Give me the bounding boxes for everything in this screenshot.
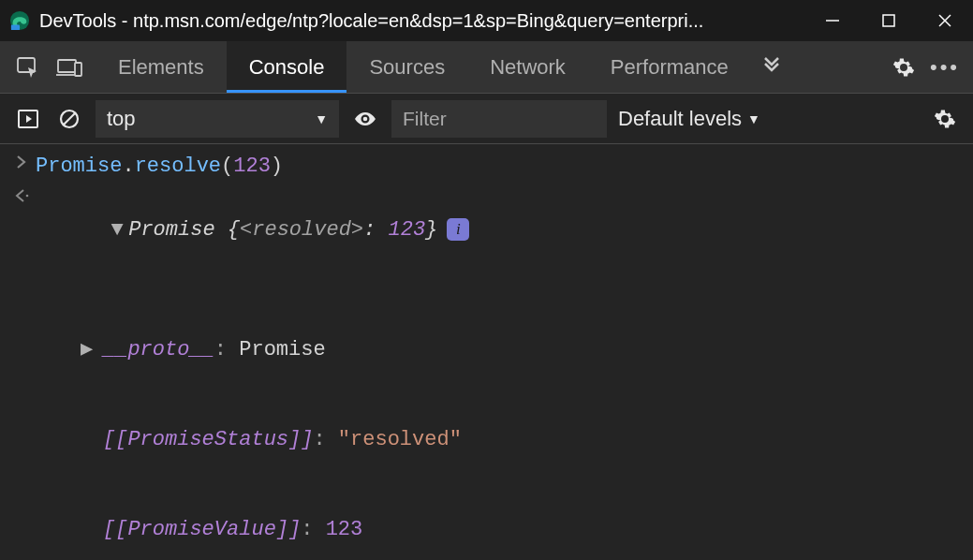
- panel-tabstrip: Elements Console Sources Network Perform…: [0, 41, 973, 94]
- live-expression-eye-icon[interactable]: [345, 98, 386, 140]
- more-menu-icon[interactable]: •••: [924, 47, 966, 88]
- console-toolbar: top ▼ Default levels▼: [0, 94, 973, 144]
- console-output: Promise.resolve(123) ▼Promise {<resolved…: [0, 144, 973, 560]
- svg-rect-3: [883, 15, 894, 26]
- settings-gear-icon[interactable]: [883, 47, 924, 88]
- dropdown-triangle-icon: ▼: [747, 111, 760, 126]
- svg-line-12: [64, 113, 75, 125]
- edge-devtools-icon: [9, 10, 30, 31]
- svg-rect-1: [11, 25, 20, 31]
- tab-console[interactable]: Console: [227, 41, 347, 93]
- dropdown-triangle-icon: ▼: [315, 111, 328, 126]
- more-tabs-chevron-icon[interactable]: [751, 47, 792, 88]
- info-badge-icon[interactable]: i: [447, 218, 469, 241]
- console-settings-gear-icon[interactable]: [924, 98, 966, 140]
- window-titlebar: DevTools - ntp.msn.com/edge/ntp?locale=e…: [0, 0, 973, 41]
- filter-input[interactable]: [391, 100, 607, 138]
- inspect-element-icon[interactable]: [7, 47, 49, 88]
- object-property-row[interactable]: [[PromiseValue]]: 123: [81, 515, 966, 545]
- tab-network[interactable]: Network: [467, 41, 588, 93]
- window-maximize-button[interactable]: [861, 0, 917, 41]
- window-title: DevTools - ntp.msn.com/edge/ntp?locale=e…: [39, 10, 703, 32]
- device-toolbar-icon[interactable]: [49, 47, 90, 88]
- expand-arrow-icon[interactable]: ▶: [81, 335, 103, 365]
- input-chevron-icon: [7, 152, 36, 169]
- execution-context-selector[interactable]: top ▼: [96, 100, 339, 138]
- svg-rect-9: [75, 63, 81, 76]
- window-close-button[interactable]: [917, 0, 973, 41]
- output-chevron-icon: [7, 185, 36, 202]
- clear-console-icon[interactable]: [49, 98, 90, 140]
- console-input-row[interactable]: Promise.resolve(123): [7, 150, 966, 184]
- tab-performance[interactable]: Performance: [588, 41, 751, 93]
- execution-context-value: top: [107, 107, 136, 131]
- svg-rect-7: [58, 60, 76, 72]
- svg-point-14: [26, 195, 29, 198]
- svg-point-13: [363, 116, 368, 121]
- object-property-row[interactable]: [[PromiseStatus]]: "resolved": [81, 425, 966, 455]
- console-result-row[interactable]: ▼Promise {<resolved>: 123}i ▶__proto__: …: [7, 184, 966, 560]
- toggle-sidebar-icon[interactable]: [7, 98, 49, 140]
- tab-sources[interactable]: Sources: [346, 41, 467, 93]
- expand-toggle-icon[interactable]: ▼: [110, 215, 125, 245]
- log-levels-selector[interactable]: Default levels▼: [618, 107, 760, 131]
- object-property-row[interactable]: ▶__proto__: Promise: [81, 335, 966, 365]
- window-minimize-button[interactable]: [804, 0, 861, 41]
- tab-elements[interactable]: Elements: [96, 41, 227, 93]
